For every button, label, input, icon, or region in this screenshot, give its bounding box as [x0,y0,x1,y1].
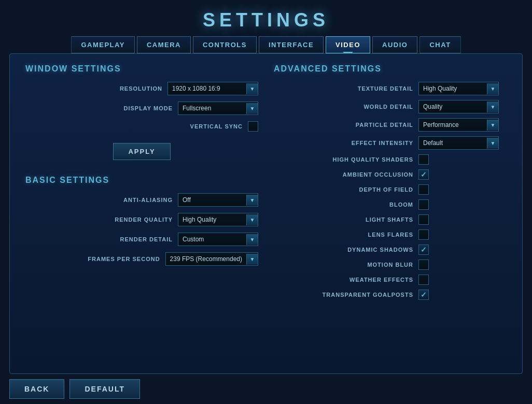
render-detail-row: RENDER DETAIL Custom ▼ [25,233,258,246]
depth-of-field-control [418,184,507,195]
render-quality-label: RENDER QUALITY [25,217,173,223]
apply-row: APPLY [25,138,258,160]
window-settings-title: WINDOW SETTINGS [25,64,258,74]
anti-aliasing-label: ANTI-ALIASING [25,197,173,203]
particle-detail-label: PARTICLE DETAIL [274,122,413,128]
weather-effects-checkbox[interactable] [418,275,429,285]
render-quality-dropdown-arrow: ▼ [246,214,258,225]
transparent-goalposts-control [418,290,507,300]
weather-effects-control [418,275,507,285]
vertical-sync-row: VERTICAL SYNC [25,121,258,132]
bottom-bar: BACK DEFAULT [9,379,523,404]
window-settings-section: WINDOW SETTINGS RESOLUTION 1920 x 1080 1… [25,64,258,160]
texture-detail-row: TEXTURE DETAIL High Quality ▼ [274,82,507,95]
light-shafts-checkbox[interactable] [418,214,429,225]
anti-aliasing-row: ANTI-ALIASING Off ▼ [25,193,258,207]
tab-video[interactable]: VIDEO [326,36,370,53]
tab-gameplay[interactable]: GAMEPLAY [71,36,134,53]
weather-effects-label: WEATHER EFFECTS [274,277,413,283]
texture-detail-label: TEXTURE DETAIL [274,85,413,92]
transparent-goalposts-label: TRANSPARENT GOALPOSTS [274,292,413,298]
tab-camera[interactable]: CAMERA [137,36,191,53]
high-quality-shaders-control [418,154,507,165]
fps-dropdown[interactable]: 239 FPS (Recommended) ▼ [165,252,258,266]
resolution-dropdown[interactable]: 1920 x 1080 16:9 ▼ [167,82,258,95]
texture-detail-arrow: ▼ [487,83,498,94]
depth-of-field-checkbox[interactable] [418,184,429,195]
tab-controls[interactable]: CONTROLS [193,36,257,53]
high-quality-shaders-label: HIGH QUALITY SHADERS [274,156,413,163]
tab-interface[interactable]: INTERFACE [259,36,324,53]
high-quality-shaders-checkbox[interactable] [418,154,429,165]
bloom-control [418,199,507,210]
fps-dropdown-arrow: ▼ [246,254,258,265]
bloom-row: BLOOM [274,199,507,210]
tab-chat[interactable]: CHAT [419,36,460,53]
effect-intensity-row: EFFECT INTENSITY Default ▼ [274,136,507,150]
depth-of-field-row: DEPTH OF FIELD [274,184,507,195]
advanced-settings-title: ADVANCED SETTINGS [274,64,507,74]
right-column: ADVANCED SETTINGS TEXTURE DETAIL High Qu… [274,64,507,363]
particle-detail-row: PARTICLE DETAIL Performance ▼ [274,118,507,132]
particle-detail-dropdown[interactable]: Performance ▼ [418,118,499,132]
dynamic-shadows-control [418,244,507,255]
world-detail-row: WORLD DETAIL Quality ▼ [274,100,507,113]
fps-row: FRAMES PER SECOND 239 FPS (Recommended) … [25,252,258,266]
display-mode-dropdown[interactable]: Fullscreen ▼ [178,102,258,115]
dynamic-shadows-checkbox[interactable] [418,244,429,255]
depth-of-field-label: DEPTH OF FIELD [274,186,413,193]
dynamic-shadows-row: DYNAMIC SHADOWS [274,244,507,255]
bloom-label: BLOOM [274,201,413,208]
tab-audio[interactable]: AUDIO [372,36,417,53]
tab-bar: GAMEPLAY CAMERA CONTROLS INTERFACE VIDEO… [66,36,466,53]
transparent-goalposts-row: TRANSPARENT GOALPOSTS [274,290,507,300]
light-shafts-label: LIGHT SHAFTS [274,217,413,223]
transparent-goalposts-checkbox[interactable] [418,290,429,300]
light-shafts-control [418,214,507,225]
ambient-occlusion-control [418,169,507,180]
fps-label: FRAMES PER SECOND [25,256,160,262]
effect-intensity-control: Default ▼ [418,136,507,150]
page-title: SETTINGS [203,0,329,36]
light-shafts-row: LIGHT SHAFTS [274,214,507,225]
bloom-checkbox[interactable] [418,199,429,210]
render-quality-dropdown[interactable]: High Quality ▼ [178,213,258,226]
texture-detail-control: High Quality ▼ [418,82,507,95]
default-button[interactable]: DEFAULT [69,379,140,399]
weather-effects-row: WEATHER EFFECTS [274,275,507,285]
vertical-sync-label: VERTICAL SYNC [25,123,243,129]
back-button[interactable]: BACK [9,379,64,399]
lens-flares-control [418,229,507,240]
motion-blur-checkbox[interactable] [418,259,429,270]
high-quality-shaders-row: HIGH QUALITY SHADERS [274,154,507,165]
render-detail-dropdown-arrow: ▼ [246,234,258,245]
resolution-row: RESOLUTION 1920 x 1080 16:9 ▼ [25,82,258,95]
basic-settings-section: BASIC SETTINGS ANTI-ALIASING Off ▼ RENDE… [25,176,258,272]
render-quality-row: RENDER QUALITY High Quality ▼ [25,213,258,226]
texture-detail-dropdown[interactable]: High Quality ▼ [418,82,499,95]
ambient-occlusion-checkbox[interactable] [418,169,429,180]
motion-blur-control [418,259,507,270]
dynamic-shadows-label: DYNAMIC SHADOWS [274,247,413,253]
apply-button[interactable]: APPLY [113,143,170,160]
effect-intensity-dropdown[interactable]: Default ▼ [418,136,499,150]
motion-blur-row: MOTION BLUR [274,259,507,270]
lens-flares-checkbox[interactable] [418,229,429,240]
anti-aliasing-dropdown[interactable]: Off ▼ [178,193,258,207]
render-detail-dropdown[interactable]: Custom ▼ [178,233,258,246]
world-detail-dropdown[interactable]: Quality ▼ [418,100,499,113]
resolution-dropdown-arrow: ▼ [246,83,258,94]
particle-detail-arrow: ▼ [487,120,498,131]
world-detail-arrow: ▼ [487,102,498,112]
ambient-occlusion-row: AMBIENT OCCLUSION [274,169,507,180]
resolution-label: RESOLUTION [25,85,162,92]
anti-aliasing-dropdown-arrow: ▼ [246,195,258,206]
display-mode-label: DISPLAY MODE [25,105,173,111]
vertical-sync-checkbox[interactable] [248,121,258,132]
main-panel: WINDOW SETTINGS RESOLUTION 1920 x 1080 1… [9,53,523,374]
world-detail-label: WORLD DETAIL [274,104,413,110]
left-column: WINDOW SETTINGS RESOLUTION 1920 x 1080 1… [25,64,258,363]
render-detail-label: RENDER DETAIL [25,236,173,242]
effect-intensity-label: EFFECT INTENSITY [274,140,413,146]
particle-detail-control: Performance ▼ [418,118,507,132]
